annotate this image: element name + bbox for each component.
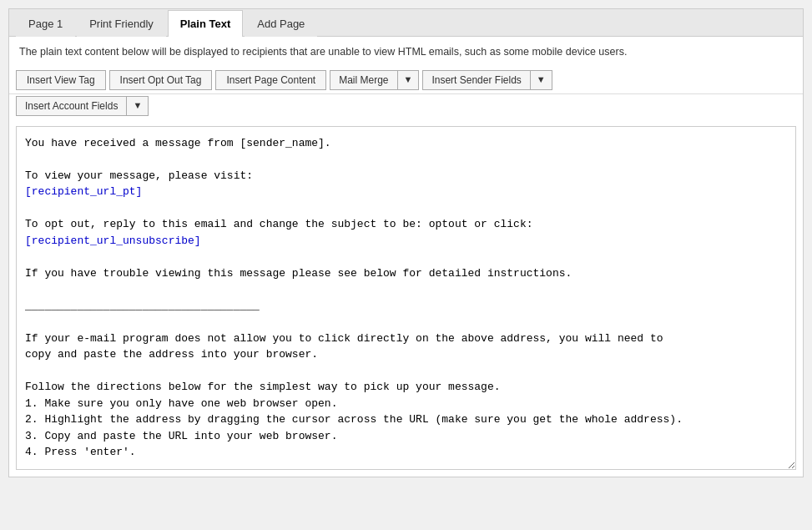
insert-view-tag-button[interactable]: Insert View Tag — [16, 70, 106, 90]
info-text: The plain text content below will be dis… — [9, 37, 803, 67]
insert-sender-fields-label[interactable]: Insert Sender Fields — [422, 70, 529, 90]
tab-add-page[interactable]: Add Page — [245, 10, 317, 37]
tab-page1[interactable]: Page 1 — [16, 10, 75, 37]
text-editor[interactable]: You have received a message from [sender… — [16, 126, 796, 470]
tabs-bar: Page 1 Print Friendly Plain Text Add Pag… — [9, 9, 803, 37]
insert-sender-fields-arrow[interactable]: ▼ — [530, 70, 552, 90]
insert-page-content-button[interactable]: Insert Page Content — [215, 70, 326, 90]
mail-merge-arrow[interactable]: ▼ — [397, 70, 420, 90]
insert-account-fields-label[interactable]: Insert Account Fields — [16, 96, 126, 116]
mail-merge-label[interactable]: Mail Merge — [330, 70, 396, 90]
mail-merge-dropdown: Mail Merge ▼ — [330, 70, 419, 90]
editor-content: You have received a message from [sender… — [25, 135, 787, 461]
insert-account-fields-arrow[interactable]: ▼ — [126, 96, 149, 116]
tab-plain-text[interactable]: Plain Text — [168, 10, 243, 37]
insert-account-fields-dropdown: Insert Account Fields ▼ — [16, 96, 149, 116]
content-area: You have received a message from [sender… — [9, 119, 803, 477]
insert-opt-out-tag-button[interactable]: Insert Opt Out Tag — [109, 70, 213, 90]
page-container: Page 1 Print Friendly Plain Text Add Pag… — [8, 8, 804, 477]
toolbar-row1: Insert View Tag Insert Opt Out Tag Inser… — [9, 67, 803, 94]
insert-sender-fields-dropdown: Insert Sender Fields ▼ — [422, 70, 552, 90]
toolbar-row2: Insert Account Fields ▼ — [9, 94, 803, 119]
tab-print-friendly[interactable]: Print Friendly — [77, 10, 166, 37]
